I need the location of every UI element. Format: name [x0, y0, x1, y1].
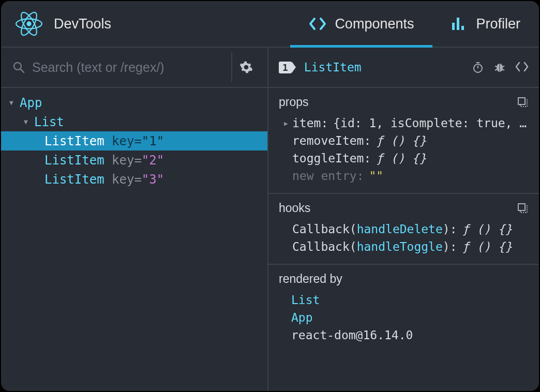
inspector-header: 1 ListItem: [268, 48, 539, 88]
svg-line-14: [495, 66, 497, 67]
tree-node-label: ListItem: [44, 153, 104, 168]
tree-node-label: ListItem: [44, 172, 104, 187]
svg-line-15: [502, 66, 504, 67]
hook-row[interactable]: Callback(handleToggle): ƒ () {}: [279, 238, 529, 255]
svg-rect-21: [518, 204, 525, 210]
components-icon: [309, 17, 326, 31]
header: DevTools Components Profiler: [1, 1, 539, 48]
svg-rect-19: [518, 98, 525, 104]
caret-down-icon: ▼: [9, 99, 17, 107]
copy-icon[interactable]: [517, 203, 529, 214]
tree-node-listitem[interactable]: ListItem key="1": [1, 131, 267, 150]
tab-profiler[interactable]: Profiler: [432, 1, 539, 47]
element-badge: 1: [279, 62, 292, 73]
tab-profiler-label: Profiler: [476, 16, 520, 32]
search-input[interactable]: [32, 60, 224, 75]
left-panel: ▼ App ▼ List ListItem key="1" ListItem k…: [1, 48, 268, 391]
devtools-window: DevTools Components Profiler: [0, 0, 540, 392]
inspector-actions: [472, 61, 529, 73]
props-section: props ▶ item: {id: 1, isComplete: true, …: [268, 88, 539, 194]
search-icon: [12, 61, 25, 73]
caret-down-icon: ▼: [24, 118, 31, 126]
tree-node-label: List: [34, 115, 64, 129]
rendered-by-item[interactable]: App: [291, 309, 529, 326]
hooks-section: hooks Callback(handleDelete): ƒ () {} Ca…: [268, 194, 539, 265]
main: ▼ App ▼ List ListItem key="1" ListItem k…: [1, 48, 539, 391]
prop-row[interactable]: ▶ item: {id: 1, isComplete: true, t…: [279, 114, 529, 132]
tree-node-app[interactable]: ▼ App: [1, 93, 267, 112]
svg-line-17: [502, 69, 504, 70]
component-tree: ▼ App ▼ List ListItem key="1" ListItem k…: [1, 88, 267, 391]
bug-icon[interactable]: [493, 61, 506, 73]
gear-icon: [239, 61, 253, 74]
settings-button[interactable]: [231, 53, 260, 82]
rendered-by-item[interactable]: List: [291, 291, 529, 309]
tree-node-label: App: [20, 96, 42, 110]
copy-icon[interactable]: [517, 97, 529, 108]
tabs: Components Profiler: [290, 1, 539, 47]
props-title: props: [279, 95, 309, 109]
rendered-by-section: rendered by List App react-dom@16.14.0: [268, 265, 539, 352]
svg-rect-4: [452, 23, 455, 30]
prop-row[interactable]: removeItem: ƒ () {}: [279, 132, 529, 149]
tab-components-label: Components: [335, 16, 414, 32]
searchbar: [1, 48, 267, 88]
prop-row-new[interactable]: new entry: "": [279, 167, 529, 185]
rendered-by-title: rendered by: [279, 272, 342, 286]
profiler-icon: [451, 17, 468, 31]
suspense-timer-icon[interactable]: [472, 61, 484, 73]
brand: DevTools: [1, 1, 111, 47]
svg-rect-5: [457, 18, 459, 30]
rendered-by-item: react-dom@16.14.0: [291, 326, 529, 344]
brand-title: DevTools: [54, 16, 111, 32]
inspector-component-name: ListItem: [304, 61, 362, 74]
inspector-panel: 1 ListItem: [268, 48, 539, 391]
tree-node-listitem[interactable]: ListItem key="3": [1, 170, 267, 189]
hook-row[interactable]: Callback(handleDelete): ƒ () {}: [279, 220, 529, 238]
tree-node-list[interactable]: ▼ List: [1, 112, 267, 131]
tree-node-listitem[interactable]: ListItem key="2": [1, 150, 267, 170]
view-source-icon[interactable]: [515, 61, 529, 72]
svg-line-16: [495, 69, 497, 70]
hooks-title: hooks: [279, 201, 310, 215]
svg-rect-6: [461, 26, 464, 30]
svg-line-8: [20, 69, 24, 72]
tab-components[interactable]: Components: [290, 1, 432, 47]
prop-row[interactable]: toggleItem: ƒ () {}: [279, 149, 529, 167]
tree-node-label: ListItem: [44, 134, 104, 148]
caret-right-icon: ▶: [284, 119, 292, 127]
svg-point-0: [26, 21, 31, 26]
react-logo-icon: [16, 10, 42, 37]
